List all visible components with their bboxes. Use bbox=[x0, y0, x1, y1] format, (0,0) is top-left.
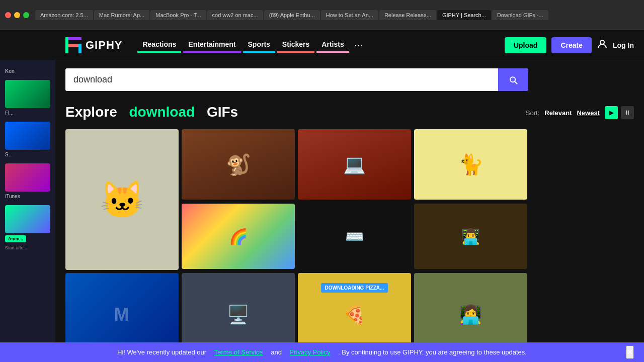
sidebar-user-item: Ken bbox=[0, 65, 55, 77]
cookie-text-after: . By continuing to use GIPHY, you are ag… bbox=[338, 348, 527, 356]
giphy-logo[interactable]: GIPHY bbox=[65, 37, 122, 53]
browser-tab[interactable]: (89) Apple Enthu... bbox=[264, 10, 320, 20]
browser-tab[interactable]: Mac Rumors: Ap... bbox=[94, 10, 149, 20]
sidebar-itunes-thumbnail bbox=[5, 163, 50, 192]
browser-tab[interactable]: Release Release... bbox=[379, 10, 436, 20]
nav-stickers[interactable]: Stickers bbox=[277, 37, 314, 53]
sidebar-thumbnail bbox=[5, 80, 50, 108]
gif-item-cartoon-cat[interactable]: 🐈 bbox=[414, 129, 527, 200]
maximize-window-button[interactable] bbox=[23, 12, 29, 18]
close-window-button[interactable] bbox=[5, 12, 11, 18]
nav-artists[interactable]: Artists bbox=[316, 37, 349, 53]
gifs-word: GIFs bbox=[207, 104, 238, 120]
sidebar-item-label: Fl... bbox=[5, 110, 14, 116]
sort-controls: ▶ ⏸ bbox=[605, 106, 634, 119]
search-bar bbox=[65, 68, 528, 91]
browser-window-controls bbox=[5, 12, 29, 18]
cookie-and: and bbox=[271, 348, 282, 356]
search-icon bbox=[508, 75, 518, 85]
gif-item-cat-typing[interactable]: ⌨️ bbox=[298, 204, 411, 269]
main-nav: Reactions Entertainment Sports Stickers … bbox=[137, 37, 494, 53]
query-word: download bbox=[129, 104, 195, 120]
sort-bar: Sort: Relevant Newest ▶ ⏸ bbox=[526, 106, 634, 119]
browser-tab[interactable]: Download GIFs -... bbox=[492, 10, 548, 20]
sidebar-thumb-item[interactable]: S... bbox=[0, 119, 55, 160]
svg-rect-0 bbox=[65, 37, 68, 53]
minimize-window-button[interactable] bbox=[14, 12, 20, 18]
sidebar-giphy-item[interactable]: Anim... bbox=[0, 202, 55, 245]
play-button[interactable]: ▶ bbox=[605, 106, 618, 119]
nav-reactions[interactable]: Reactions bbox=[137, 37, 181, 53]
browser-chrome: Amazon.com: 2.5... Mac Rumors: Ap... Mac… bbox=[0, 0, 644, 30]
sort-newest[interactable]: Newest bbox=[577, 109, 600, 117]
sidebar-footer: Start afte... bbox=[0, 245, 55, 250]
header-actions: Upload Create Log In bbox=[505, 37, 634, 53]
giphy-logo-icon bbox=[65, 37, 82, 53]
giphy-logo-text: GIPHY bbox=[86, 39, 122, 52]
sidebar-item-label: S... bbox=[5, 152, 13, 157]
nav-sports[interactable]: Sports bbox=[243, 37, 275, 53]
pizza-download-text: DOWNLOADING PIZZA... bbox=[321, 283, 388, 293]
gif-item-cat-dance[interactable]: 🐱 bbox=[65, 129, 179, 270]
search-input[interactable] bbox=[65, 68, 498, 91]
explore-word: Explore bbox=[65, 104, 117, 120]
upload-button[interactable]: Upload bbox=[505, 37, 546, 53]
sort-label: Sort: bbox=[526, 109, 539, 117]
sidebar-thumbnail bbox=[5, 122, 50, 150]
search-container bbox=[55, 60, 644, 99]
nav-entertainment[interactable]: Entertainment bbox=[183, 37, 240, 53]
pause-button[interactable]: ⏸ bbox=[621, 106, 634, 119]
sidebar-itunes-item[interactable]: iTunes bbox=[0, 160, 55, 202]
sidebar-itunes-label: iTunes bbox=[5, 194, 20, 199]
privacy-policy-link[interactable]: Privacy Policy bbox=[290, 348, 331, 356]
left-sidebar: Ken Fl... S... iTunes Anim... Start afte… bbox=[0, 60, 55, 362]
sidebar-giphy-thumbnail bbox=[5, 205, 50, 233]
gif-item-laptop-guy[interactable]: 💻 bbox=[298, 129, 411, 200]
sort-relevant[interactable]: Relevant bbox=[544, 109, 572, 117]
svg-rect-3 bbox=[78, 44, 82, 53]
sidebar-anim-button[interactable]: Anim... bbox=[5, 235, 26, 242]
svg-rect-2 bbox=[68, 44, 78, 47]
create-button[interactable]: Create bbox=[551, 37, 592, 53]
inner-content: GIPHY Reactions Entertainment Sports Sti… bbox=[55, 30, 644, 356]
browser-tabs: Amazon.com: 2.5... Mac Rumors: Ap... Mac… bbox=[35, 10, 639, 20]
gif-item-man-laptop[interactable]: 👨‍💻 bbox=[414, 204, 527, 269]
cookie-text-before: Hi! We've recently updated our bbox=[117, 348, 206, 356]
giphy-page: Ken Fl... S... iTunes Anim... Start afte… bbox=[0, 30, 644, 362]
svg-rect-1 bbox=[68, 37, 82, 40]
sidebar-user-label: Ken bbox=[5, 68, 15, 74]
search-button[interactable] bbox=[498, 68, 528, 91]
svg-point-4 bbox=[600, 40, 604, 44]
browser-tab-active[interactable]: GIPHY | Search... bbox=[437, 10, 491, 20]
explore-heading: Explore download GIFs bbox=[65, 104, 238, 120]
browser-tab[interactable]: How to Set an An... bbox=[321, 10, 378, 20]
gif-grid: 🐱 🐒 💻 🐈 🌈 bbox=[65, 129, 634, 356]
login-button[interactable]: Log In bbox=[613, 41, 634, 49]
main-content: Explore download GIFs Sort: Relevant New… bbox=[55, 99, 644, 356]
user-icon[interactable] bbox=[597, 38, 608, 52]
cookie-close-button[interactable]: × bbox=[626, 345, 634, 359]
gif-item-rainbow[interactable]: 🌈 bbox=[182, 204, 295, 269]
nav-more-icon[interactable]: ⋯ bbox=[351, 40, 366, 51]
sidebar-thumb-item[interactable]: Fl... bbox=[0, 77, 55, 119]
browser-tab[interactable]: cod ww2 on mac... bbox=[207, 10, 263, 20]
giphy-header: GIPHY Reactions Entertainment Sports Sti… bbox=[55, 30, 644, 60]
gif-item-monkey[interactable]: 🐒 bbox=[182, 129, 295, 200]
cookie-banner: Hi! We've recently updated our Terms of … bbox=[0, 342, 644, 362]
browser-tab[interactable]: Amazon.com: 2.5... bbox=[35, 10, 93, 20]
browser-tab[interactable]: MacBook Pro - T... bbox=[150, 10, 206, 20]
terms-of-service-link[interactable]: Terms of Service bbox=[214, 348, 263, 356]
